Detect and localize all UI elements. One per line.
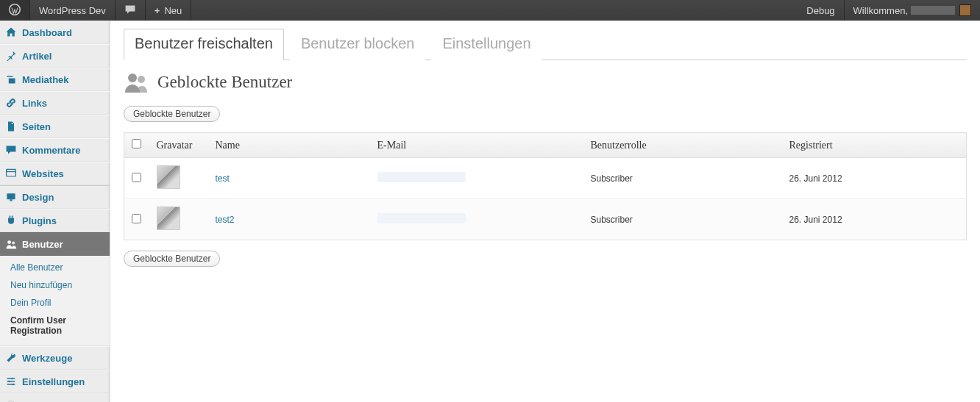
col-email[interactable]: E-Mail	[370, 133, 583, 158]
sidebar-item-dashboard[interactable]: Dashboard	[0, 21, 110, 44]
select-all-checkbox[interactable]	[132, 139, 141, 148]
user-email	[377, 172, 466, 182]
sites-icon	[4, 168, 18, 179]
debug-menu[interactable]: Debug	[798, 0, 844, 21]
sidebar-item-design[interactable]: Design	[0, 185, 110, 209]
svg-point-6	[12, 241, 15, 244]
user-role: Subscriber	[583, 158, 782, 199]
sidebar-item-label: Kommentare	[22, 145, 80, 156]
wordpress-logo-icon	[9, 4, 21, 18]
col-registered[interactable]: Registriert	[782, 133, 967, 158]
svg-point-5	[7, 240, 11, 244]
sidebar-item-links[interactable]: Links	[0, 91, 110, 115]
svg-point-10	[128, 73, 137, 82]
sidebar-submenu: Alle BenutzerNeu hinzufügenDein ProfilCo…	[0, 256, 110, 346]
plus-icon: +	[155, 5, 160, 16]
tab-einstellungen[interactable]: Einstellungen	[431, 29, 542, 60]
tab-freischalten[interactable]: Benutzer freischalten	[124, 29, 284, 60]
tab-bar: Benutzer freischalten Benutzer blocken E…	[124, 28, 967, 60]
users-icon	[124, 71, 150, 94]
site-name-menu[interactable]: WordPress Dev	[30, 0, 116, 21]
settings-icon	[4, 376, 18, 387]
sidebar-item-label: Einstellungen	[22, 376, 85, 387]
account-menu[interactable]: Willkommen,	[845, 0, 980, 21]
debug-label: Debug	[806, 5, 834, 16]
table-row: testSubscriber26. Juni 2012	[124, 158, 967, 199]
sidebar-item-plugins[interactable]: Plugins	[0, 209, 110, 232]
sidebar-item-artikel[interactable]: Artikel	[0, 44, 110, 68]
svg-point-11	[138, 76, 145, 83]
sidebar-item-label: Websites	[22, 168, 64, 179]
svg-rect-3	[7, 193, 15, 199]
submenu-item[interactable]: Alle Benutzer	[0, 259, 110, 276]
admin-bar: WordPress Dev + Neu Debug Willkommen,	[0, 0, 980, 21]
submenu-item[interactable]: Confirm User Registration	[0, 312, 110, 340]
user-registered: 26. Juni 2012	[782, 199, 967, 240]
user-role: Subscriber	[583, 199, 782, 240]
user-name-link[interactable]: test2	[216, 215, 235, 225]
page-heading: Geblockte Benutzer	[124, 71, 967, 94]
blocked-users-table: Gravatar Name E-Mail Benutzerrolle Regis…	[124, 132, 967, 240]
user-name-link[interactable]: test	[216, 173, 230, 184]
collapse-menu[interactable]: ‹ Menü einklappen	[0, 393, 110, 402]
row-checkbox[interactable]	[132, 214, 141, 223]
home-icon	[4, 26, 18, 38]
sidebar-item-label: Benutzer	[22, 239, 63, 250]
sidebar-item-websites[interactable]: Websites	[0, 162, 110, 185]
sidebar-item-kommentare[interactable]: Kommentare	[0, 138, 110, 162]
pin-icon	[4, 50, 18, 62]
plugin-icon	[4, 215, 18, 226]
page-icon	[4, 121, 18, 132]
sidebar-item-label: Plugins	[22, 215, 57, 226]
avatar	[157, 165, 180, 189]
sidebar-item-werkzeuge[interactable]: Werkzeuge	[0, 346, 110, 370]
sidebar-item-einstellungen[interactable]: Einstellungen	[0, 370, 110, 393]
col-gravatar[interactable]: Gravatar	[149, 133, 208, 158]
comment-icon	[124, 4, 136, 18]
main-content: Benutzer freischalten Benutzer blocken E…	[110, 21, 980, 402]
table-row: test2Subscriber26. Juni 2012	[124, 199, 967, 240]
svg-point-8	[8, 381, 10, 382]
submenu-item[interactable]: Neu hinzufügen	[0, 276, 110, 294]
sidebar-item-mediathek[interactable]: Mediathek	[0, 68, 110, 91]
sidebar-item-benutzer[interactable]: Benutzer	[0, 232, 110, 256]
new-label: Neu	[164, 5, 182, 16]
submenu-item[interactable]: Dein Profil	[0, 294, 110, 312]
sidebar-item-label: Dashboard	[22, 27, 72, 38]
tab-blocken[interactable]: Benutzer blocken	[290, 29, 426, 60]
svg-point-7	[11, 378, 13, 379]
avatar-icon	[959, 4, 971, 16]
username-placeholder	[911, 6, 955, 15]
users-icon	[4, 238, 18, 250]
comment-icon	[4, 144, 18, 156]
sidebar-item-label: Seiten	[22, 121, 51, 132]
tools-icon	[4, 352, 18, 364]
col-name[interactable]: Name	[208, 133, 370, 158]
sidebar-item-label: Design	[22, 192, 54, 203]
wp-logo-menu[interactable]	[0, 0, 30, 21]
bulk-action-button-top[interactable]: Geblockte Benutzer	[124, 106, 220, 122]
user-registered: 26. Juni 2012	[782, 158, 967, 199]
media-icon	[4, 73, 18, 85]
sidebar-item-seiten[interactable]: Seiten	[0, 115, 110, 138]
sidebar-item-label: Artikel	[22, 51, 52, 62]
sidebar-item-label: Mediathek	[22, 74, 69, 85]
sidebar-item-label: Werkzeuge	[22, 353, 72, 364]
sidebar-item-label: Links	[22, 98, 47, 109]
svg-rect-4	[10, 199, 12, 201]
welcome-label: Willkommen,	[853, 5, 908, 16]
appearance-icon	[4, 191, 18, 203]
comments-menu[interactable]	[116, 0, 146, 21]
bulk-action-button-bottom[interactable]: Geblockte Benutzer	[124, 251, 220, 267]
col-role[interactable]: Benutzerrolle	[583, 133, 782, 158]
link-icon	[4, 97, 18, 109]
user-email	[377, 213, 466, 223]
new-content-menu[interactable]: + Neu	[146, 0, 191, 21]
admin-sidebar: DashboardArtikelMediathekLinksSeitenKomm…	[0, 21, 110, 402]
svg-rect-1	[7, 169, 16, 176]
site-title: WordPress Dev	[39, 5, 106, 16]
row-checkbox[interactable]	[132, 173, 141, 182]
avatar	[157, 207, 180, 230]
svg-point-9	[13, 384, 14, 385]
page-title: Geblockte Benutzer	[157, 73, 292, 92]
